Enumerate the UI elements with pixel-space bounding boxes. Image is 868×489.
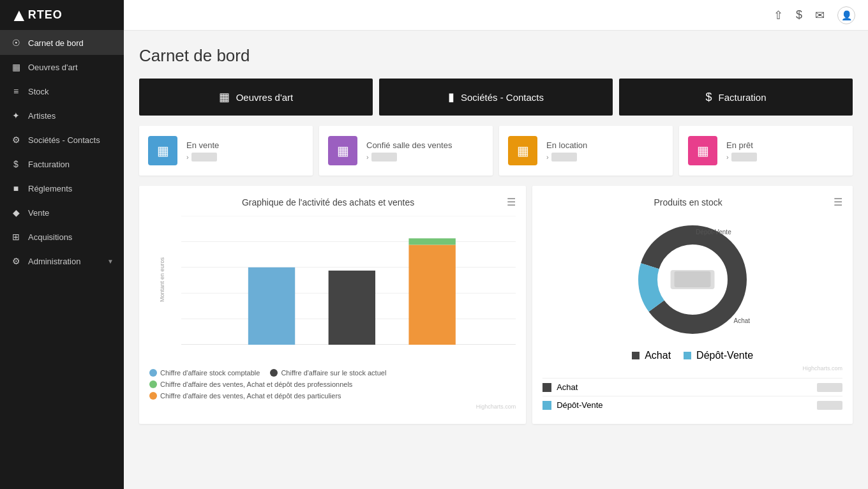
legend-dot-blue [149,369,157,377]
donut-wrapper: 7596 Dépôt-Vente Achat [629,216,756,343]
sidebar-label-vente: Vente [28,208,49,218]
sidebar-label-reglements: Réglements [28,184,72,193]
sidebar-item-vente[interactable]: ◆ Vente [0,200,124,225]
sidebar-item-acquisitions[interactable]: ⊞ Acquisitions [0,225,124,249]
sidebar-label-carnet: Carnet de bord [28,38,84,48]
upload-icon[interactable]: ⇧ [774,8,783,22]
main-area: ⇧ $ ✉ 👤 Carnet de bord ▦ Oeuvres d'art ▮… [124,0,868,489]
sidebar-item-artistes[interactable]: ✦ Artistes [0,103,124,128]
sidebar-item-facturation[interactable]: $ Facturation [0,152,124,176]
status-card-en-pret[interactable]: ▦ En prêt › [679,126,853,176]
table-label-depot: Dépôt-Vente [557,400,812,410]
en-location-number [551,153,577,162]
sidebar-item-societes-contacts[interactable]: ⚙ Sociétés - Contacts [0,128,124,152]
facturation-btn-label: Facturation [718,92,766,103]
legend-achat: Achat [632,350,671,361]
status-card-confie[interactable]: ▦ Confié salle des ventes › [319,126,493,176]
en-location-value: › [546,153,587,162]
en-vente-number [191,153,217,162]
oeuvres-art-button[interactable]: ▦ Oeuvres d'art [139,79,373,116]
en-location-label: En location [546,140,587,150]
sidebar-label-facturation: Facturation [28,160,70,169]
sidebar-item-carnet-de-bord[interactable]: ☉ Carnet de bord [0,31,124,55]
nav-buttons-row: ▦ Oeuvres d'art ▮ Sociétés - Contacts $ … [139,79,853,116]
legend-item-green: Chiffre d'affaire des ventes, Achat et d… [149,380,352,388]
main-content: Carnet de bord ▦ Oeuvres d'art ▮ Société… [124,31,868,489]
sidebar-label-stock: Stock [28,87,49,96]
dashboard-icon: ☉ [10,37,22,49]
sidebar-label-societes: Sociétés - Contacts [28,135,100,145]
en-vente-value: › [186,153,219,162]
artists-icon: ✦ [10,110,22,121]
logo-area: ▲ RTEO [0,0,124,31]
donut-chart-area: 7596 Dépôt-Vente Achat Achat [542,216,842,414]
table-row-achat: Achat [542,378,842,396]
legend-label-achat: Achat [645,350,671,361]
sidebar-item-oeuvres-art[interactable]: ▦ Oeuvres d'art [0,55,124,79]
status-card-en-vente[interactable]: ▦ En vente › [139,126,313,176]
confie-icon: ▦ [328,136,357,165]
svg-rect-14 [408,238,455,244]
legend-label-orange: Chiffre d'affaire des ventes, Achat et d… [160,392,341,400]
bar-chart-title: Graphique de l'activité des achats et ve… [149,197,507,207]
legend-dot-dark [270,369,278,377]
bar-chart-menu-icon[interactable]: ☰ [507,196,516,208]
societes-contacts-button[interactable]: ▮ Sociétés - Contacts [379,79,613,116]
charts-row: Graphique de l'activité des achats et ve… [139,186,853,424]
bar-chart-svg: 1,0k 0,75k 0,50k 0,25k 0 [181,216,516,345]
svg-rect-11 [248,267,295,345]
sidebar-label-acquisitions: Acquisitions [28,232,72,242]
legend-item-dark: Chiffre d'affaire sur le stock actuel [270,369,386,377]
svg-rect-13 [408,244,455,345]
status-card-en-location[interactable]: ▦ En location › [499,126,673,176]
status-cards-row: ▦ En vente › ▦ Confié salle des ventes › [139,126,853,176]
artwork-nav-icon: ▦ [219,90,230,104]
sidebar-label-artistes: Artistes [28,111,56,121]
en-pret-number [731,153,757,162]
svg-rect-12 [329,271,375,345]
bar-chart-card: Graphique de l'activité des achats et ve… [139,186,526,424]
legend-item-orange: Chiffre d'affaire des ventes, Achat et d… [149,392,341,400]
en-pret-label: En prêt [726,140,757,150]
en-pret-info: En prêt › [726,140,757,162]
logo-text: RTEO [28,8,63,22]
donut-chart-card: Produits en stock ☰ [532,186,853,424]
en-location-icon: ▦ [508,136,537,165]
legend-square-depot [684,352,691,359]
confie-info: Confié salle des ventes › [366,140,452,162]
topbar: ⇧ $ ✉ 👤 [124,0,868,31]
en-pret-chevron: › [726,153,729,161]
confie-chevron: › [366,153,369,161]
bar-chart-credit: Highcharts.com [149,403,516,410]
admin-icon: ⚙ [10,255,22,267]
contacts-nav-icon: ▮ [448,90,454,104]
legend-item-blue: Chiffre d'affaire stock comptable [149,369,260,377]
dollar-icon[interactable]: $ [796,8,802,22]
logo-icon: ▲ [10,6,28,24]
table-row-depot: Dépôt-Vente [542,396,842,414]
en-vente-label: En vente [186,140,219,150]
table-value-achat [817,383,842,392]
legend-label-depot: Dépôt-Vente [696,350,753,361]
table-square-depot [542,401,551,410]
payments-icon: ■ [10,183,22,194]
confie-value: › [366,153,452,162]
legend-label-dark: Chiffre d'affaire sur le stock actuel [281,369,386,377]
sidebar-item-reglements[interactable]: ■ Réglements [0,176,124,200]
table-value-depot [817,401,842,410]
mail-icon[interactable]: ✉ [815,8,825,22]
donut-chart-menu-icon[interactable]: ☰ [834,196,842,208]
table-square-achat [542,383,551,392]
sidebar-item-administration[interactable]: ⚙ Administration ▼ [0,249,124,273]
sidebar-item-stock[interactable]: ≡ Stock [0,79,124,103]
legend-depot-vente: Dépôt-Vente [684,350,753,361]
facturation-button[interactable]: $ Facturation [619,79,853,116]
donut-chart-credit: Highcharts.com [542,365,842,372]
legend-label-green: Chiffre d'affaire des ventes, Achat et d… [160,380,352,388]
donut-chart-header: Produits en stock ☰ [542,196,842,208]
user-avatar[interactable]: 👤 [837,6,855,24]
legend-square-achat [632,352,640,359]
legend-dot-green [149,380,157,388]
en-vente-info: En vente › [186,140,219,162]
legend-dot-orange [149,392,157,400]
